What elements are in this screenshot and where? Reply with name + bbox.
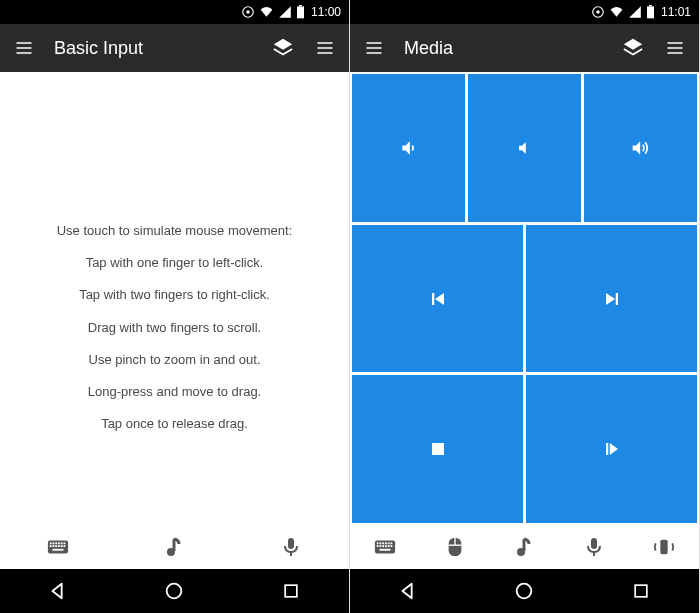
svg-rect-15 <box>61 545 63 547</box>
target-icon <box>591 5 605 19</box>
svg-rect-43 <box>390 545 392 547</box>
instruction-line: Drag with two fingers to scroll. <box>20 319 329 337</box>
phone-right: 11:01 Media <box>350 0 700 613</box>
stop-button[interactable] <box>352 375 523 523</box>
svg-rect-16 <box>64 545 66 547</box>
nav-back-button[interactable] <box>378 569 438 613</box>
instruction-line: Use pinch to zoom in and out. <box>20 351 329 369</box>
bottom-toolbar <box>350 525 699 569</box>
svg-rect-32 <box>377 542 379 544</box>
svg-rect-42 <box>388 545 390 547</box>
svg-rect-52 <box>635 585 647 597</box>
volume-down-button[interactable] <box>352 74 465 222</box>
svg-rect-26 <box>649 5 652 6</box>
phone-ring-icon[interactable] <box>650 533 678 561</box>
menu-button[interactable] <box>362 36 386 60</box>
touchpad-area[interactable]: Use touch to simulate mouse movement: Ta… <box>0 72 349 525</box>
svg-rect-35 <box>385 542 387 544</box>
status-clock: 11:01 <box>661 5 691 19</box>
nav-recent-button[interactable] <box>261 569 321 613</box>
nav-recent-button[interactable] <box>611 569 671 613</box>
svg-rect-2 <box>297 6 304 18</box>
previous-track-button[interactable] <box>352 225 523 373</box>
svg-rect-36 <box>388 542 390 544</box>
nav-back-button[interactable] <box>28 569 88 613</box>
keyboard-icon[interactable] <box>371 533 399 561</box>
svg-rect-8 <box>58 542 60 544</box>
phone-left: 11:00 Basic Input Use touch to simulate … <box>0 0 350 613</box>
keyboard-icon[interactable] <box>44 533 72 561</box>
svg-rect-38 <box>377 545 379 547</box>
layers-button[interactable] <box>271 36 295 60</box>
signal-icon <box>628 5 642 19</box>
status-bar: 11:00 <box>0 0 349 24</box>
svg-rect-13 <box>55 545 57 547</box>
instruction-line: Long-press and move to drag. <box>20 383 329 401</box>
svg-rect-33 <box>379 542 381 544</box>
svg-rect-19 <box>288 538 294 549</box>
menu-button[interactable] <box>12 36 36 60</box>
svg-rect-48 <box>591 538 597 549</box>
svg-rect-27 <box>432 293 434 305</box>
svg-rect-9 <box>61 542 63 544</box>
status-bar: 11:01 <box>350 0 699 24</box>
instruction-line: Tap once to release drag. <box>20 415 329 433</box>
instruction-line: Tap with two fingers to right-click. <box>20 286 329 304</box>
nav-home-button[interactable] <box>144 569 204 613</box>
instruction-line: Tap with one finger to left-click. <box>20 254 329 272</box>
app-bar: Basic Input <box>0 24 349 72</box>
svg-rect-12 <box>53 545 55 547</box>
target-icon <box>241 5 255 19</box>
nav-home-button[interactable] <box>494 569 554 613</box>
svg-rect-11 <box>50 545 52 547</box>
svg-rect-41 <box>385 545 387 547</box>
svg-point-1 <box>246 10 250 14</box>
volume-up-button[interactable] <box>584 74 697 222</box>
instructions: Use touch to simulate mouse movement: Ta… <box>0 72 349 433</box>
wifi-icon <box>609 5 624 19</box>
svg-rect-34 <box>382 542 384 544</box>
nav-bar <box>0 569 349 613</box>
svg-rect-5 <box>50 542 52 544</box>
media-panel <box>350 72 699 525</box>
svg-rect-17 <box>53 549 64 551</box>
svg-rect-25 <box>647 6 654 18</box>
svg-point-24 <box>596 10 600 14</box>
svg-rect-7 <box>55 542 57 544</box>
mouse-icon[interactable] <box>441 533 469 561</box>
app-title: Media <box>404 38 603 59</box>
svg-rect-3 <box>299 5 302 6</box>
battery-icon <box>296 5 305 19</box>
music-icon[interactable] <box>510 533 538 561</box>
svg-rect-22 <box>285 585 297 597</box>
svg-rect-50 <box>660 540 667 555</box>
svg-point-21 <box>167 584 182 599</box>
svg-point-51 <box>517 584 532 599</box>
volume-mute-button[interactable] <box>468 74 581 222</box>
music-icon[interactable] <box>160 533 188 561</box>
svg-rect-28 <box>615 293 617 305</box>
overflow-menu-button[interactable] <box>313 36 337 60</box>
play-button[interactable] <box>526 375 697 523</box>
svg-rect-6 <box>53 542 55 544</box>
instruction-line: Use touch to simulate mouse movement: <box>20 222 329 240</box>
status-clock: 11:00 <box>311 5 341 19</box>
svg-rect-30 <box>606 443 608 455</box>
layers-button[interactable] <box>621 36 645 60</box>
svg-point-47 <box>517 548 525 556</box>
signal-icon <box>278 5 292 19</box>
mic-icon[interactable] <box>277 533 305 561</box>
svg-rect-39 <box>379 545 381 547</box>
svg-rect-40 <box>382 545 384 547</box>
app-title: Basic Input <box>54 38 253 59</box>
svg-rect-44 <box>379 549 390 551</box>
nav-bar <box>350 569 699 613</box>
next-track-button[interactable] <box>526 225 697 373</box>
svg-rect-14 <box>58 545 60 547</box>
svg-point-18 <box>167 548 175 556</box>
wifi-icon <box>259 5 274 19</box>
battery-icon <box>646 5 655 19</box>
overflow-menu-button[interactable] <box>663 36 687 60</box>
bottom-toolbar <box>0 525 349 569</box>
mic-icon[interactable] <box>580 533 608 561</box>
